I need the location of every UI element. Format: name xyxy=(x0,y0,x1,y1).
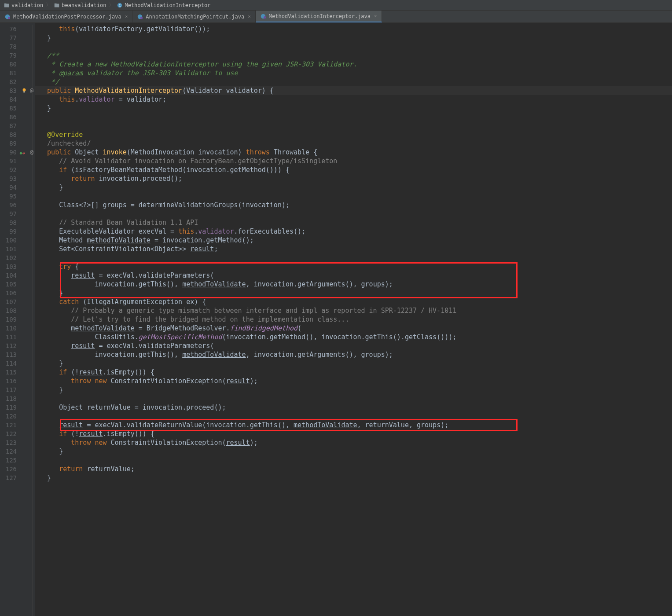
close-icon[interactable]: × xyxy=(125,14,128,19)
java-file-icon xyxy=(4,14,11,20)
tab-methodvalidationinterceptor[interactable]: MethodValidationInterceptor.java × xyxy=(256,11,382,22)
tab-label: AnnotationMatchingPointcut.java xyxy=(146,14,244,20)
svg-point-5 xyxy=(140,17,143,19)
svg-point-8 xyxy=(23,88,26,92)
java-file-icon xyxy=(137,14,143,20)
tab-label: MethodValidationPostProcessor.java xyxy=(13,14,121,20)
close-icon[interactable]: × xyxy=(374,13,377,19)
close-icon[interactable]: × xyxy=(248,14,251,19)
chevron-right-icon: 〉 xyxy=(46,1,51,9)
tab-label: MethodValidationInterceptor.java xyxy=(269,13,371,19)
code-content[interactable]: this(validatorFactory.getValidator()); }… xyxy=(35,23,672,616)
editor-tabs: MethodValidationPostProcessor.java × Ann… xyxy=(0,11,672,23)
svg-text:C: C xyxy=(119,3,121,7)
line-gutter[interactable]: 7677787980818283@84858687888990@91929394… xyxy=(0,23,35,616)
breadcrumb[interactable]: validation 〉 beanvalidation 〉 C MethodVa… xyxy=(0,0,672,11)
folder-icon xyxy=(54,2,60,8)
svg-point-10 xyxy=(20,152,22,154)
breadcrumb-item[interactable]: MethodValidationInterceptor xyxy=(125,2,210,8)
svg-point-7 xyxy=(264,16,266,18)
annotation-gutter-icon[interactable]: @ xyxy=(30,86,33,95)
chevron-right-icon: 〉 xyxy=(109,1,114,9)
override-gutter-icon[interactable] xyxy=(19,149,26,154)
svg-rect-9 xyxy=(23,92,25,93)
java-file-icon xyxy=(260,13,266,19)
annotation-gutter-icon[interactable]: @ xyxy=(30,148,33,157)
intention-bulb-icon[interactable] xyxy=(21,87,27,93)
breadcrumb-item[interactable]: beanvalidation xyxy=(62,2,106,8)
code-editor[interactable]: 7677787980818283@84858687888990@91929394… xyxy=(0,23,672,616)
svg-point-3 xyxy=(8,17,10,19)
breadcrumb-item[interactable]: validation xyxy=(11,2,43,8)
class-icon: C xyxy=(117,2,123,8)
tab-methodvalidationpostprocessor[interactable]: MethodValidationPostProcessor.java × xyxy=(0,11,132,22)
tab-annotationmatchingpointcut[interactable]: AnnotationMatchingPointcut.java × xyxy=(132,11,256,22)
folder-icon xyxy=(4,2,10,8)
